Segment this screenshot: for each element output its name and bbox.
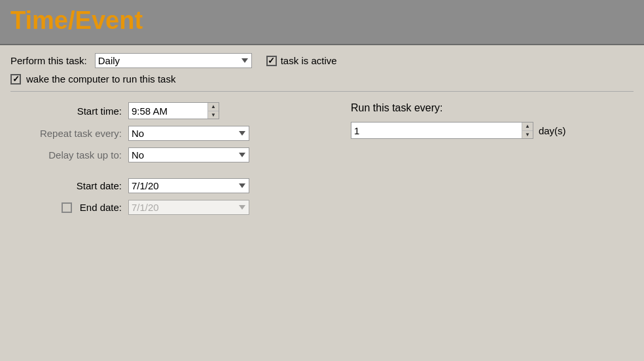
run-every-field[interactable]: ▲ ▼: [351, 122, 533, 139]
header: Time/Event: [0, 0, 644, 45]
start-time-up[interactable]: ▲: [208, 103, 219, 111]
end-date-label: End date:: [80, 202, 122, 213]
run-every-down[interactable]: ▼: [522, 131, 533, 139]
start-time-spinner[interactable]: ▲ ▼: [207, 103, 219, 119]
start-date-label: Start date:: [10, 180, 128, 191]
run-every-input[interactable]: [351, 123, 522, 138]
wake-checkbox[interactable]: [10, 74, 21, 85]
repeat-task-dropdown[interactable]: No 5 minutes 10 minutes 15 minutes 30 mi…: [128, 126, 249, 141]
wake-label: wake the computer to run this task: [26, 73, 175, 85]
run-every-spinner[interactable]: ▲ ▼: [522, 123, 533, 138]
start-time-field[interactable]: ▲ ▼: [128, 102, 219, 119]
run-every-up[interactable]: ▲: [522, 123, 533, 131]
task-active-checkbox[interactable]: [266, 56, 277, 66]
section-divider: [10, 91, 634, 92]
perform-label: Perform this task:: [10, 55, 87, 66]
end-date-dropdown[interactable]: 7/1/20: [128, 200, 249, 215]
frequency-dropdown[interactable]: Daily Weekly Monthly Once At startup At …: [95, 53, 252, 68]
delay-task-dropdown[interactable]: No 30 seconds 1 minute 5 minutes 10 minu…: [128, 147, 249, 162]
start-time-down[interactable]: ▼: [208, 111, 219, 119]
page-title: Time/Event: [10, 7, 143, 34]
start-time-input[interactable]: [129, 104, 207, 118]
end-date-checkbox[interactable]: [62, 202, 72, 213]
run-every-label: Run this task every:: [351, 102, 634, 114]
task-active-label: task is active: [281, 55, 337, 66]
start-time-label: Start time:: [10, 105, 128, 117]
days-label: day(s): [539, 125, 566, 136]
repeat-task-label: Repeat task every:: [10, 128, 128, 139]
start-date-dropdown[interactable]: 7/1/20: [128, 178, 249, 193]
delay-task-label: Delay task up to:: [10, 149, 128, 161]
